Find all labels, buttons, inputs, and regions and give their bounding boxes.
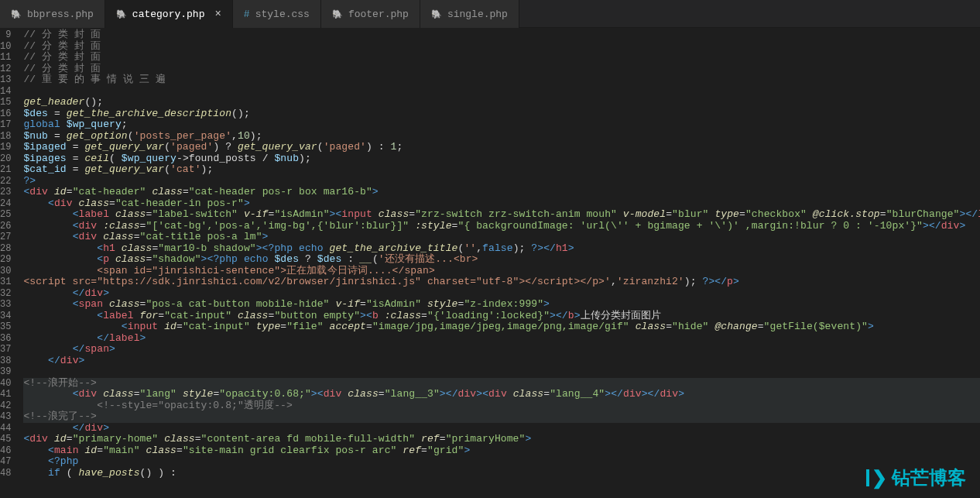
line-number-gutter: 9101112131415161718192021222324252627282… <box>0 28 19 498</box>
line-number: 21 <box>0 164 11 176</box>
code-line[interactable]: // 分 类 封 面 <box>23 52 980 64</box>
php-file-icon: 🐘 <box>11 9 22 19</box>
code-line[interactable]: if ( have_posts() ) : <box>23 468 980 479</box>
line-number: 31 <box>0 276 11 288</box>
line-number: 9 <box>0 29 11 41</box>
line-number: 40 <box>0 378 11 390</box>
code-line[interactable]: </label> <box>23 333 980 345</box>
css-file-icon: # <box>244 9 250 20</box>
line-number: 10 <box>0 41 11 53</box>
code-line[interactable]: </div> <box>23 423 980 434</box>
tab-bar: 🐘bbpress.php🐘category.php×#style.css🐘foo… <box>0 0 980 28</box>
code-line[interactable]: <!--浪完了--> <box>23 411 980 423</box>
line-number: 30 <box>0 266 11 277</box>
line-number: 32 <box>0 288 11 300</box>
code-line[interactable]: <main id="main" class="site-main grid cl… <box>23 445 980 457</box>
tab-label: footer.php <box>348 9 409 20</box>
line-number: 25 <box>0 209 11 221</box>
tab-label: single.php <box>447 9 508 20</box>
code-line[interactable]: </div> <box>23 288 980 300</box>
code-line[interactable]: <!--style="opacity:0.8;"透明度--> <box>23 400 980 412</box>
code-line[interactable]: $des = get_the_archive_description(); <box>23 108 980 120</box>
tab-label: category.php <box>132 9 205 20</box>
line-number: 38 <box>0 355 11 367</box>
code-line[interactable]: // 分 类 封 面 <box>23 64 980 75</box>
line-number: 11 <box>0 52 11 64</box>
code-line[interactable]: <div class="lang" style="opacity:0.68;">… <box>23 389 980 400</box>
line-number: 18 <box>0 131 11 143</box>
line-number: 16 <box>0 108 11 120</box>
php-file-icon: 🐘 <box>116 9 127 19</box>
code-line[interactable]: <?php <box>23 456 980 468</box>
code-line[interactable]: ?> <box>23 176 980 187</box>
php-file-icon: 🐘 <box>431 9 442 19</box>
line-number: 34 <box>0 311 11 322</box>
code-line[interactable]: // 分 类 封 面 <box>23 41 980 53</box>
line-number: 41 <box>0 389 11 400</box>
line-number: 43 <box>0 411 11 423</box>
tab-style-css[interactable]: #style.css <box>233 0 321 28</box>
line-number: 12 <box>0 64 11 75</box>
code-editor: 9101112131415161718192021222324252627282… <box>0 28 980 498</box>
code-line[interactable]: $ipages = ceil( $wp_query->found_posts /… <box>23 153 980 165</box>
line-number: 44 <box>0 423 11 434</box>
line-number: 48 <box>0 468 11 479</box>
code-line[interactable]: <div class="cat-header-in pos-r"> <box>23 198 980 210</box>
code-line[interactable]: <div id="cat-header" class="cat-header p… <box>23 187 980 198</box>
code-line[interactable]: <span class="pos-a cat-button mobile-hid… <box>23 299 980 311</box>
line-number: 14 <box>0 86 11 98</box>
line-number: 17 <box>0 119 11 131</box>
tab-bbpress-php[interactable]: 🐘bbpress.php <box>0 0 105 28</box>
watermark-text: 钻芒博客 <box>892 465 966 490</box>
line-number: 47 <box>0 456 11 468</box>
code-line[interactable] <box>23 366 980 378</box>
line-number: 22 <box>0 176 11 187</box>
code-line[interactable]: <div id="primary-home" class="content-ar… <box>23 434 980 445</box>
code-line[interactable]: // 重 要 的 事 情 说 三 遍 <box>23 74 980 86</box>
code-line[interactable]: </div> <box>23 355 980 367</box>
code-line[interactable]: <script src="https://sdk.jinrishici.com/… <box>23 276 980 288</box>
code-line[interactable]: $cat_id = get_query_var('cat'); <box>23 164 980 176</box>
line-number: 46 <box>0 445 11 457</box>
code-line[interactable]: <span id="jinrishici-sentence">正在加载今日诗词.… <box>23 266 980 277</box>
close-icon[interactable]: × <box>214 8 221 20</box>
watermark-icon: ❯ <box>866 469 887 487</box>
code-line[interactable] <box>23 86 980 98</box>
code-line[interactable]: <h1 class="mar10-b shadow"><?php echo ge… <box>23 243 980 255</box>
line-number: 19 <box>0 142 11 153</box>
tab-single-php[interactable]: 🐘single.php <box>420 0 519 28</box>
line-number: 23 <box>0 187 11 198</box>
code-line[interactable]: global $wp_query; <box>23 119 980 131</box>
code-line[interactable]: <label class="label-switch" v-if="isAdmi… <box>23 209 980 221</box>
line-number: 28 <box>0 243 11 255</box>
line-number: 37 <box>0 344 11 355</box>
code-line[interactable]: // 分 类 封 面 <box>23 29 980 41</box>
code-area[interactable]: // 分 类 封 面// 分 类 封 面// 分 类 封 面// 分 类 封 面… <box>19 28 980 498</box>
php-file-icon: 🐘 <box>332 9 343 19</box>
line-number: 15 <box>0 97 11 108</box>
line-number: 35 <box>0 321 11 333</box>
tab-label: style.css <box>255 9 310 20</box>
line-number: 39 <box>0 366 11 378</box>
code-line[interactable]: <label for="cat-input" class="button emp… <box>23 311 980 322</box>
code-line[interactable]: <div :class="['cat-bg','pos-a','img-bg',… <box>23 221 980 232</box>
line-number: 13 <box>0 74 11 86</box>
code-line[interactable]: $ipaged = get_query_var('paged') ? get_q… <box>23 142 980 153</box>
line-number: 27 <box>0 232 11 243</box>
line-number: 24 <box>0 198 11 210</box>
tab-label: bbpress.php <box>27 9 94 20</box>
code-line[interactable]: <p class="shadow"><?php echo $des ? $des… <box>23 254 980 266</box>
code-line[interactable]: <input id="cat-input" type="file" accept… <box>23 321 980 333</box>
code-line[interactable]: $nub = get_option('posts_per_page',10); <box>23 131 980 143</box>
code-line[interactable]: get_header(); <box>23 97 980 108</box>
line-number: 29 <box>0 254 11 266</box>
code-line[interactable]: <!--浪开始--> <box>23 378 980 390</box>
tab-category-php[interactable]: 🐘category.php× <box>105 0 233 28</box>
line-number: 33 <box>0 299 11 311</box>
line-number: 45 <box>0 434 11 445</box>
tab-footer-php[interactable]: 🐘footer.php <box>321 0 420 28</box>
code-line[interactable]: <div class="cat-title pos-a lm"> <box>23 232 980 243</box>
line-number: 26 <box>0 221 11 232</box>
code-line[interactable]: </span> <box>23 344 980 355</box>
line-number: 36 <box>0 333 11 345</box>
